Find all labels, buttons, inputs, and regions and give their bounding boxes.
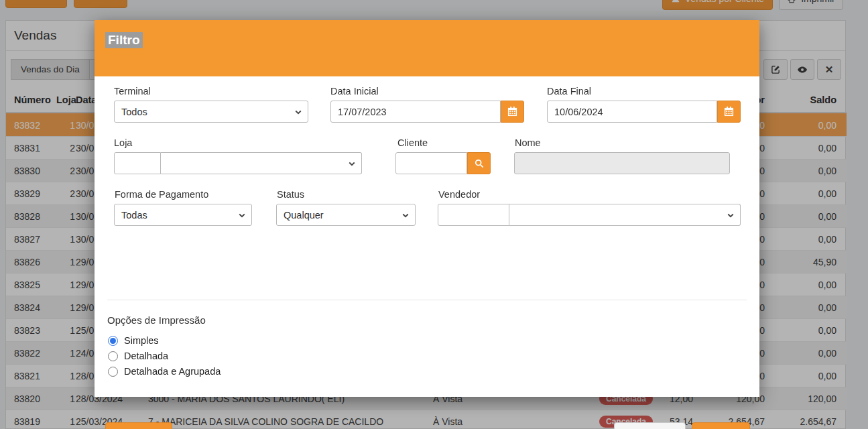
radio-input[interactable] bbox=[108, 351, 118, 361]
modal-header: Filtro bbox=[95, 20, 759, 76]
loja-code-input[interactable] bbox=[114, 152, 161, 174]
cancelar-button[interactable]: Cancelar bbox=[614, 422, 686, 429]
terminal-value: Todos bbox=[121, 107, 147, 117]
chevron-down-icon bbox=[401, 210, 410, 221]
chevron-down-icon bbox=[348, 159, 356, 170]
search-icon bbox=[475, 159, 484, 168]
vendedor-label: Vendedor bbox=[438, 189, 480, 200]
terminal-label: Terminal bbox=[114, 86, 151, 97]
chevron-down-icon bbox=[238, 210, 246, 221]
data-final-input[interactable] bbox=[547, 101, 717, 123]
calendar-icon bbox=[724, 107, 734, 117]
vendedor-code-input[interactable] bbox=[438, 204, 509, 226]
calendar-icon bbox=[507, 107, 517, 117]
chevron-down-icon bbox=[294, 107, 302, 118]
filtro-modal: Filtro Terminal Todos Data Inicial Data … bbox=[95, 20, 759, 397]
radio-option-detalhada-e-agrupada[interactable]: Detalhada e Agrupada bbox=[108, 366, 221, 377]
cliente-label: Cliente bbox=[397, 137, 428, 148]
status-label: Status bbox=[277, 189, 304, 200]
radio-label: Detalhada e Agrupada bbox=[124, 366, 221, 377]
cliente-search-button[interactable] bbox=[467, 152, 491, 174]
radio-option-simples[interactable]: Simples bbox=[108, 335, 221, 346]
status-select[interactable]: Qualquer bbox=[276, 204, 416, 226]
forma-pagamento-select[interactable]: Todas bbox=[114, 204, 252, 226]
cliente-input[interactable] bbox=[395, 152, 467, 174]
nome-label: Nome bbox=[515, 137, 541, 148]
radio-input[interactable] bbox=[108, 336, 118, 346]
filtrar-button[interactable]: Filtrar bbox=[692, 422, 750, 429]
forma-pagamento-label: Forma de Pagamento bbox=[115, 189, 208, 200]
opcoes-impressao-label: Opções de Impressão bbox=[107, 314, 206, 326]
data-final-calendar-button[interactable] bbox=[717, 101, 741, 123]
data-inicial-input[interactable] bbox=[330, 101, 501, 123]
modal-title: Filtro bbox=[105, 32, 143, 48]
vendedor-select[interactable] bbox=[509, 204, 741, 226]
status-value: Qualquer bbox=[284, 210, 324, 221]
forma-pagamento-value: Todas bbox=[121, 210, 147, 221]
radio-label: Simples bbox=[124, 335, 159, 346]
terminal-select[interactable]: Todos bbox=[114, 101, 308, 123]
data-final-label: Data Final bbox=[547, 86, 591, 97]
data-inicial-calendar-button[interactable] bbox=[501, 101, 524, 123]
modal-body: Terminal Todos Data Inicial Data Final bbox=[95, 76, 759, 397]
data-inicial-label: Data Inicial bbox=[330, 86, 379, 97]
radio-label: Detalhada bbox=[124, 351, 168, 361]
imprimir-button[interactable]: Imprimir bbox=[105, 422, 172, 429]
loja-label: Loja bbox=[114, 137, 132, 148]
loja-select[interactable] bbox=[161, 152, 362, 174]
divider bbox=[107, 300, 747, 300]
radio-input[interactable] bbox=[108, 367, 118, 377]
nome-input bbox=[514, 152, 730, 174]
radio-option-detalhada[interactable]: Detalhada bbox=[108, 351, 221, 361]
chevron-down-icon bbox=[727, 210, 735, 221]
print-options-group: SimplesDetalhadaDetalhada e Agrupada bbox=[108, 335, 221, 377]
